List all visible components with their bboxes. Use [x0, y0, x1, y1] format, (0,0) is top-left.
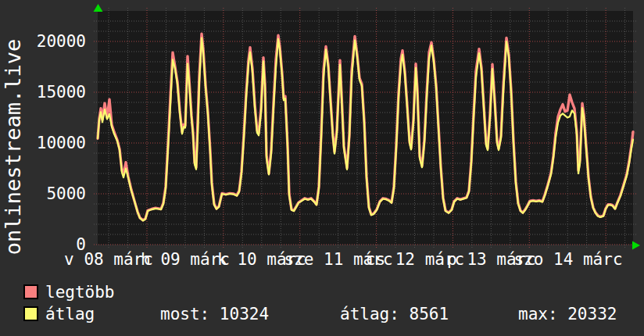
graph-image: onlinestream.live 05000100001500020000v …	[0, 0, 644, 336]
stat-max: max: 20332	[518, 306, 617, 323]
legend-swatch-avg	[23, 306, 38, 321]
x-axis-arrow-icon	[632, 241, 640, 250]
stat-most: most: 10324	[160, 306, 269, 323]
x-tick-label: szo 14 márc	[513, 251, 622, 268]
stat-avg: átlag: 8561	[340, 306, 449, 323]
legend-label-avg: átlag	[45, 306, 95, 323]
legend-label-max: legtöbb	[45, 284, 115, 301]
x-tick-label: h 09 márc	[141, 251, 230, 268]
y-tick-label: 5000	[0, 185, 86, 202]
y-axis-arrow-icon	[94, 4, 103, 12]
legend-swatch-max	[23, 284, 38, 299]
y-tick-label: 15000	[0, 84, 86, 101]
y-tick-label: 10000	[0, 134, 86, 152]
y-tick-label: 20000	[0, 33, 86, 50]
x-tick-label: v 08 márc	[64, 251, 153, 268]
